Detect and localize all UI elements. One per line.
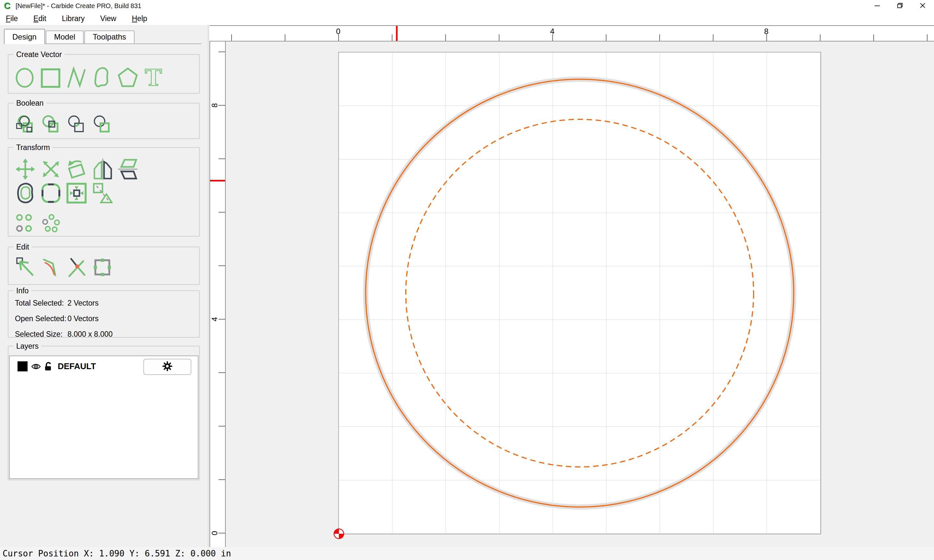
transform-title: Transform bbox=[14, 143, 52, 152]
polyline-tool-icon[interactable] bbox=[66, 67, 87, 88]
ruler-h-label: 0 bbox=[336, 27, 340, 36]
restore-button[interactable] bbox=[889, 0, 911, 12]
info-total-selected: Total Selected: 2 Vectors bbox=[8, 299, 199, 309]
layer-color-swatch[interactable] bbox=[17, 362, 28, 371]
transform-group: Transform bbox=[8, 147, 200, 237]
boolean-intersect-icon[interactable] bbox=[66, 114, 87, 134]
boolean-subtract-icon[interactable] bbox=[40, 114, 61, 134]
info-open-selected: Open Selected: 0 Vectors bbox=[8, 314, 199, 324]
menu-bar: File Edit Library View Help bbox=[0, 12, 934, 26]
close-button[interactable] bbox=[911, 0, 934, 12]
inner-circle-vector[interactable] bbox=[406, 119, 754, 467]
minimize-button[interactable] bbox=[866, 0, 889, 12]
status-bar: Cursor Position X: 1.090 Y: 6.591 Z: 0.0… bbox=[0, 547, 934, 560]
circular-array-tool-icon[interactable] bbox=[40, 213, 61, 234]
mirror-tool-icon[interactable] bbox=[92, 159, 113, 180]
selection-halo bbox=[366, 79, 794, 507]
offset-tool-icon[interactable] bbox=[15, 183, 35, 203]
tab-bar: Design Model Toolpaths bbox=[4, 29, 201, 44]
ruler-v-label: 8 bbox=[210, 103, 219, 107]
application-window: C [NewFile]* - Carbide Create PRO, Build… bbox=[0, 0, 934, 560]
menu-file[interactable]: File bbox=[0, 12, 26, 25]
node-edit-tool-icon[interactable] bbox=[15, 257, 35, 278]
rectangle-tool-icon[interactable] bbox=[40, 67, 61, 88]
gear-icon bbox=[162, 361, 173, 373]
boolean-cut-icon[interactable] bbox=[92, 114, 113, 134]
menu-view[interactable]: View bbox=[92, 12, 124, 25]
vector-drawing bbox=[339, 52, 820, 534]
move-tool-icon[interactable] bbox=[15, 159, 35, 180]
ruler-v-label: 0 bbox=[210, 531, 219, 535]
origin-marker[interactable] bbox=[334, 529, 344, 538]
trim-tool-icon[interactable] bbox=[92, 183, 113, 203]
tab-toolpaths[interactable]: Toolpaths bbox=[84, 31, 134, 43]
tab-design[interactable]: Design bbox=[4, 29, 45, 44]
layer-name: DEFAULT bbox=[58, 362, 96, 371]
ruler-h-label: 4 bbox=[550, 27, 554, 36]
flip-tool-icon[interactable] bbox=[117, 159, 138, 180]
info-title: Info bbox=[14, 286, 31, 295]
vertical-ruler-ticks bbox=[219, 52, 225, 547]
design-canvas[interactable]: 840 048 bbox=[208, 25, 934, 547]
layers-group: Layers bbox=[8, 346, 200, 480]
rotate-tool-icon[interactable] bbox=[66, 159, 87, 180]
title-bar: C [NewFile]* - Carbide Create PRO, Build… bbox=[0, 0, 934, 12]
menu-help[interactable]: Help bbox=[124, 12, 155, 25]
tab-model[interactable]: Model bbox=[46, 31, 84, 43]
design-panel: Design Model Toolpaths Create Vector bbox=[0, 25, 208, 547]
ruler-v-label: 4 bbox=[210, 317, 219, 321]
layers-title: Layers bbox=[14, 342, 41, 351]
resize-handles-tool-icon[interactable] bbox=[92, 257, 113, 278]
info-group: Info Total Selected: 2 Vectors Open Sele… bbox=[8, 290, 200, 338]
stock-sheet[interactable] bbox=[338, 52, 821, 534]
circle-tool-icon[interactable] bbox=[15, 67, 35, 88]
layer-unlocked-icon[interactable] bbox=[44, 362, 53, 372]
curve-tool-icon[interactable] bbox=[92, 67, 113, 88]
layer-settings-button[interactable] bbox=[143, 359, 191, 375]
window-title: [NewFile]* - Carbide Create PRO, Build 8… bbox=[15, 2, 142, 10]
cursor-marker-horizontal bbox=[396, 26, 398, 41]
edit-title: Edit bbox=[14, 243, 32, 251]
layer-row[interactable]: DEFAULT bbox=[10, 356, 198, 377]
create-vector-group: Create Vector T bbox=[8, 54, 200, 94]
linear-array-tool-icon[interactable] bbox=[15, 213, 35, 234]
curve-edit-tool-icon[interactable] bbox=[40, 257, 61, 278]
boolean-group: Boolean bbox=[8, 103, 200, 139]
layer-visibility-eye-icon[interactable] bbox=[31, 363, 41, 372]
fillet-tool-icon[interactable] bbox=[40, 183, 61, 203]
svg-text:T: T bbox=[145, 66, 162, 89]
ruler-h-label: 8 bbox=[764, 27, 768, 36]
layers-list: DEFAULT bbox=[9, 355, 199, 479]
text-tool-icon[interactable]: T bbox=[143, 67, 164, 88]
cursor-position-text: Cursor Position X: 1.090 Y: 6.591 Z: 0.0… bbox=[0, 549, 231, 558]
minimize-icon bbox=[874, 3, 880, 10]
close-icon bbox=[920, 3, 926, 10]
menu-library[interactable]: Library bbox=[54, 12, 92, 25]
app-logo-icon: C bbox=[4, 1, 10, 11]
scale-tool-icon[interactable] bbox=[40, 159, 61, 180]
nest-tool-icon[interactable] bbox=[66, 183, 87, 203]
create-vector-title: Create Vector bbox=[14, 50, 65, 59]
polygon-tool-icon[interactable] bbox=[117, 67, 138, 88]
cursor-marker-vertical bbox=[210, 180, 225, 182]
edit-group: Edit bbox=[8, 247, 200, 285]
vertical-ruler: 840 bbox=[210, 25, 226, 547]
info-selected-size: Selected Size: 8.000 x 8.000 bbox=[8, 330, 199, 340]
break-vector-tool-icon[interactable] bbox=[66, 257, 87, 278]
horizontal-ruler: 048 bbox=[210, 25, 934, 42]
boolean-union-icon[interactable] bbox=[15, 114, 35, 134]
menu-edit[interactable]: Edit bbox=[26, 12, 54, 25]
restore-icon bbox=[897, 3, 903, 10]
boolean-title: Boolean bbox=[14, 99, 46, 108]
